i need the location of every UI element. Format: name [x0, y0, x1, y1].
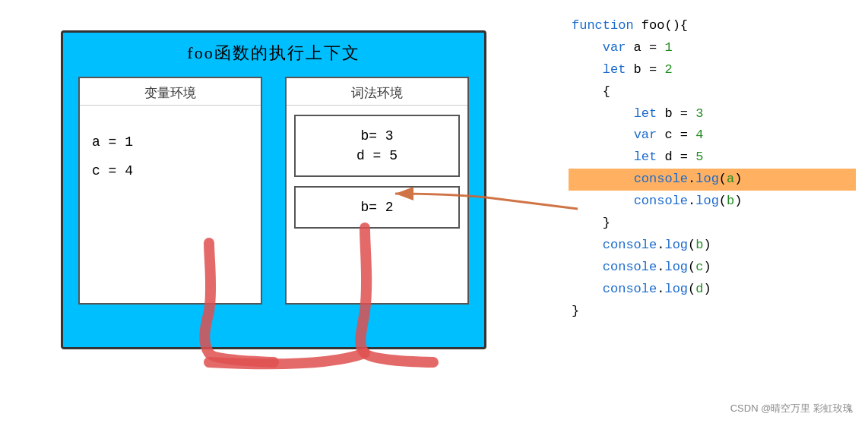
var-env-content: a = 1 c = 4 [80, 106, 261, 207]
code-line-6: let d = 5 [572, 147, 853, 169]
lex-var-d5: d = 5 [303, 148, 451, 163]
paren-12: ( [688, 282, 695, 296]
console-kw-7: console [634, 172, 688, 186]
lex-sub-box-1: b= 3 d = 5 [294, 115, 460, 177]
brace-open: { [603, 84, 610, 99]
dot-11: . [657, 260, 664, 274]
code-text-1: a [626, 40, 649, 55]
lexical-env-panel: 词法环境 b= 3 d = 5 b= 2 [285, 77, 469, 305]
close-paren-7: ) [734, 172, 742, 186]
val-1: 1 [664, 40, 672, 55]
close-paren-11: ) [703, 260, 711, 274]
console-method-8: log [695, 194, 719, 208]
context-title: foo函数的执行上下文 [63, 42, 484, 65]
code-line-11: console.log(c) [572, 257, 853, 279]
lex-sub-box-2: b= 2 [294, 186, 460, 229]
eq-1: = [649, 40, 664, 55]
lex-var-b2: b= 2 [303, 200, 451, 215]
code-line-0: function foo(){ [572, 15, 853, 37]
dot-12: . [657, 282, 664, 296]
code-line-1: var a = 1 [572, 37, 853, 59]
console-kw-11: console [603, 260, 657, 274]
console-arg-12: d [695, 282, 703, 296]
code-line-4: let b = 3 [572, 103, 853, 125]
val-2: 2 [664, 62, 672, 77]
close-paren-8: ) [734, 194, 742, 208]
code-line-10: console.log(b) [572, 235, 853, 257]
var-c: c = 4 [92, 163, 249, 178]
watermark: CSDN @晴空万里 彩虹玫瑰 [730, 402, 853, 415]
kw-let-2: let [603, 62, 626, 77]
eq-4: = [680, 106, 695, 121]
code-line-5: var c = 4 [572, 125, 853, 147]
console-arg-8: b [727, 194, 734, 208]
diagram-area: foo函数的执行上下文 变量环境 a = 1 c = 4 词法环境 b= 3 d… [61, 30, 486, 380]
execution-context-box: foo函数的执行上下文 变量环境 a = 1 c = 4 词法环境 b= 3 d… [61, 30, 486, 349]
eq-2: = [649, 62, 664, 77]
close-paren-12: ) [703, 282, 711, 296]
dot-8: . [688, 194, 695, 208]
val-6: 5 [695, 150, 703, 164]
code-line-9: } [572, 213, 853, 235]
kw-function: function [572, 18, 634, 33]
paren-10: ( [688, 238, 695, 252]
code-text-4: b [657, 106, 680, 121]
eq-5: = [680, 128, 695, 142]
code-line-7: console.log(a) [569, 169, 856, 191]
code-area: function foo(){ var a = 1 let b = 2 { le… [572, 15, 853, 322]
console-arg-11: c [695, 260, 703, 274]
paren-8: ( [719, 194, 727, 208]
dot-10: . [657, 238, 664, 252]
close-paren-10: ) [703, 238, 711, 252]
code-text-0: foo(){ [634, 18, 688, 33]
kw-var-5: var [634, 128, 657, 142]
console-kw-12: console [603, 282, 657, 296]
console-method-12: log [664, 282, 688, 296]
val-5: 4 [695, 128, 703, 142]
console-method-10: log [664, 238, 688, 252]
code-text-6: d [657, 150, 680, 164]
var-a: a = 1 [92, 134, 249, 150]
console-kw-8: console [634, 194, 688, 208]
code-line-13: } [572, 301, 853, 323]
kw-let-6: let [634, 150, 657, 164]
code-line-2: let b = 2 [572, 59, 853, 81]
code-line-3: { [572, 81, 853, 103]
val-4: 3 [695, 106, 703, 121]
code-text-5: c [657, 128, 680, 142]
code-line-8: console.log(b) [572, 191, 853, 213]
kw-let-4: let [634, 106, 657, 121]
lex-var-b3: b= 3 [303, 128, 451, 144]
dot-7: . [688, 172, 695, 186]
var-env-title: 变量环境 [80, 78, 261, 106]
paren-7: ( [719, 172, 727, 186]
brace-end: } [572, 304, 579, 318]
paren-11: ( [688, 260, 695, 274]
eq-6: = [680, 150, 695, 164]
code-line-12: console.log(d) [572, 279, 853, 301]
console-kw-10: console [603, 238, 657, 252]
brace-close: } [603, 216, 610, 230]
console-method-11: log [664, 260, 688, 274]
kw-var-1: var [603, 40, 626, 55]
lex-env-title: 词法环境 [287, 78, 467, 106]
variable-env-panel: 变量环境 a = 1 c = 4 [78, 77, 262, 305]
code-text-2: b [626, 62, 649, 77]
console-arg-10: b [695, 238, 703, 252]
console-method-7: log [695, 172, 719, 186]
console-arg-7: a [727, 172, 734, 186]
